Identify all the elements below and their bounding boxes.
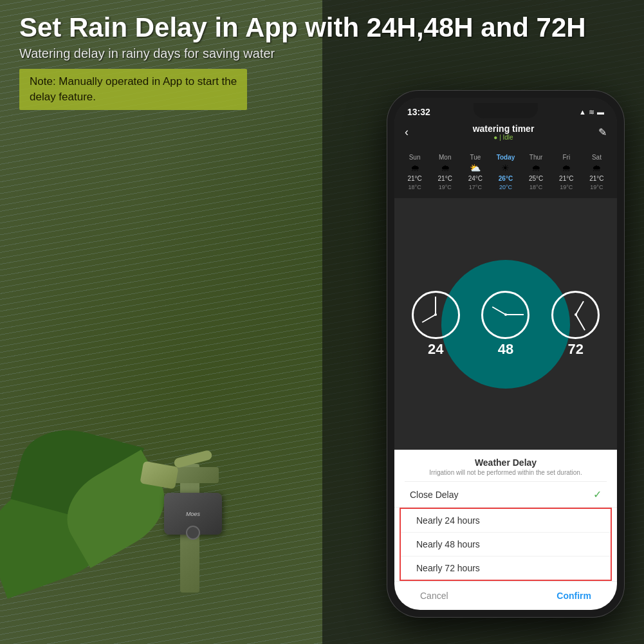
weather-icon-sat: 🌧 bbox=[592, 163, 601, 173]
temp-thur-high: 25°C bbox=[529, 175, 543, 182]
wifi-icon: ≋ bbox=[589, 108, 594, 116]
main-title: Set Rain Delay in App with 24H,48H and 7… bbox=[19, 13, 625, 42]
option-24h-label: Nearly 24 hours bbox=[416, 515, 480, 526]
option-24h[interactable]: Nearly 24 hours bbox=[401, 509, 611, 533]
temp-fri-high: 21°C bbox=[559, 175, 573, 182]
day-label-sun: Sun bbox=[409, 154, 421, 161]
day-sun: Sun 🌧 21°C 18°C bbox=[400, 154, 430, 190]
bottom-sheet: Weather Delay Irrigation will not be per… bbox=[394, 450, 617, 610]
clock-area: 24 48 bbox=[394, 198, 617, 450]
temp-sat-low: 19°C bbox=[590, 184, 603, 190]
confirm-button[interactable]: Confirm bbox=[550, 588, 598, 603]
clock-72[interactable]: 72 bbox=[551, 291, 600, 358]
edit-icon[interactable]: ✎ bbox=[598, 126, 607, 138]
clock-center-24 bbox=[434, 313, 437, 316]
status-time: 13:32 bbox=[407, 107, 430, 117]
day-label-mon: Mon bbox=[439, 154, 451, 161]
option-48h[interactable]: Nearly 48 hours bbox=[401, 533, 611, 557]
weather-icon-sun: 🌧 bbox=[410, 163, 419, 173]
app-status-badge: ● | Idle bbox=[473, 134, 535, 141]
day-fri: Fri 🌧 21°C 19°C bbox=[551, 154, 582, 190]
clock-center-72 bbox=[575, 313, 577, 316]
clock-48[interactable]: 48 bbox=[481, 291, 529, 358]
app-title: watering timer bbox=[473, 124, 535, 134]
note-box: Note: Manually operated in App to start … bbox=[19, 69, 247, 110]
temp-sun-high: 21°C bbox=[407, 175, 421, 182]
clock-face-48 bbox=[481, 291, 529, 339]
clock-face-72 bbox=[551, 291, 600, 339]
clock-hands-48 bbox=[483, 293, 528, 337]
weather-icon-tue: ⛅ bbox=[470, 163, 481, 173]
clock-number-24: 24 bbox=[428, 341, 443, 358]
options-box: Nearly 24 hours Nearly 48 hours Nearly 7… bbox=[400, 508, 612, 581]
phone-screen: 13:32 ▲ ≋ ▬ ‹ watering timer ● | Idle ✎ bbox=[394, 98, 617, 610]
day-label-thur: Thur bbox=[529, 154, 543, 161]
app-nav: ‹ watering timer ● | Idle ✎ bbox=[405, 124, 607, 141]
app-title-area: watering timer ● | Idle bbox=[473, 124, 535, 141]
clock-hands-24 bbox=[414, 293, 458, 337]
day-today: Today ☀ 26°C 20°C bbox=[490, 154, 520, 190]
close-delay-row[interactable]: Close Delay ✓ bbox=[394, 482, 617, 508]
clock-number-48: 48 bbox=[498, 341, 513, 358]
weather-icon-mon: 🌧 bbox=[441, 163, 450, 173]
day-sat: Sat 🌧 21°C 19°C bbox=[582, 154, 612, 190]
temp-mon-high: 21°C bbox=[438, 175, 452, 182]
note-text: Note: Manually operated in App to start … bbox=[30, 75, 237, 103]
battery-icon: ▬ bbox=[597, 108, 604, 116]
modal-title: Weather Delay bbox=[394, 450, 617, 469]
status-icons: ▲ ≋ ▬ bbox=[579, 108, 604, 116]
temp-tue-high: 24°C bbox=[468, 175, 483, 182]
clock-minute-48 bbox=[506, 314, 524, 315]
option-72h-label: Nearly 72 hours bbox=[416, 563, 480, 573]
weather-strip: Sun 🌧 21°C 18°C Mon 🌧 21°C 19°C Tue ⛅ bbox=[394, 150, 617, 198]
temp-today-high: 26°C bbox=[499, 175, 513, 182]
status-bar: 13:32 ▲ ≋ ▬ bbox=[394, 98, 617, 120]
temp-mon-low: 19°C bbox=[439, 184, 452, 190]
weather-icon-fri: 🌧 bbox=[562, 163, 571, 173]
modal-subtitle: Irrigation will not be performed within … bbox=[394, 469, 617, 481]
close-delay-label: Close Delay bbox=[410, 490, 458, 500]
back-button[interactable]: ‹ bbox=[405, 125, 409, 139]
day-thur: Thur 🌧 25°C 18°C bbox=[521, 154, 551, 190]
sheet-actions: Cancel Confirm bbox=[394, 581, 617, 610]
clock-hands-72 bbox=[553, 293, 598, 337]
temp-sat-high: 21°C bbox=[589, 175, 603, 182]
clock-hour-24 bbox=[422, 314, 436, 323]
weather-icon-thur: 🌧 bbox=[531, 163, 540, 173]
temp-thur-low: 18°C bbox=[529, 184, 542, 190]
clock-hour-72 bbox=[575, 301, 584, 315]
temp-today-low: 20°C bbox=[499, 184, 512, 190]
signal-icon: ▲ bbox=[579, 108, 586, 116]
day-mon: Mon 🌧 21°C 19°C bbox=[430, 154, 460, 190]
clock-24[interactable]: 24 bbox=[412, 291, 460, 358]
day-label-today: Today bbox=[497, 154, 515, 161]
day-tue: Tue ⛅ 24°C 17°C bbox=[460, 154, 490, 190]
clock-number-72: 72 bbox=[567, 341, 583, 358]
phone-outer: 13:32 ▲ ≋ ▬ ‹ watering timer ● | Idle ✎ bbox=[387, 90, 625, 618]
day-label-sat: Sat bbox=[592, 154, 602, 161]
clock-face-24 bbox=[412, 291, 460, 339]
days-row: Sun 🌧 21°C 18°C Mon 🌧 21°C 19°C Tue ⛅ bbox=[400, 154, 612, 190]
clocks-row: 24 48 bbox=[401, 291, 611, 358]
clock-minute-24 bbox=[435, 297, 436, 315]
clock-center-48 bbox=[504, 313, 507, 316]
temp-fri-low: 19°C bbox=[560, 184, 573, 190]
option-48h-label: Nearly 48 hours bbox=[416, 539, 480, 549]
option-72h[interactable]: Nearly 72 hours bbox=[401, 557, 611, 580]
weather-icon-today: ☀ bbox=[501, 163, 510, 173]
cancel-button[interactable]: Cancel bbox=[414, 588, 455, 603]
subtitle: Watering delay in rainy days for saving … bbox=[19, 46, 625, 61]
day-label-tue: Tue bbox=[470, 154, 481, 161]
day-label-fri: Fri bbox=[562, 154, 570, 161]
check-icon: ✓ bbox=[593, 488, 602, 501]
temp-sun-low: 18°C bbox=[409, 184, 421, 190]
app-header: ‹ watering timer ● | Idle ✎ bbox=[394, 120, 617, 150]
temp-tue-low: 17°C bbox=[469, 184, 482, 190]
clock-minute-72 bbox=[575, 315, 585, 331]
phone-wrapper: 13:32 ▲ ≋ ▬ ‹ watering timer ● | Idle ✎ bbox=[387, 90, 625, 618]
